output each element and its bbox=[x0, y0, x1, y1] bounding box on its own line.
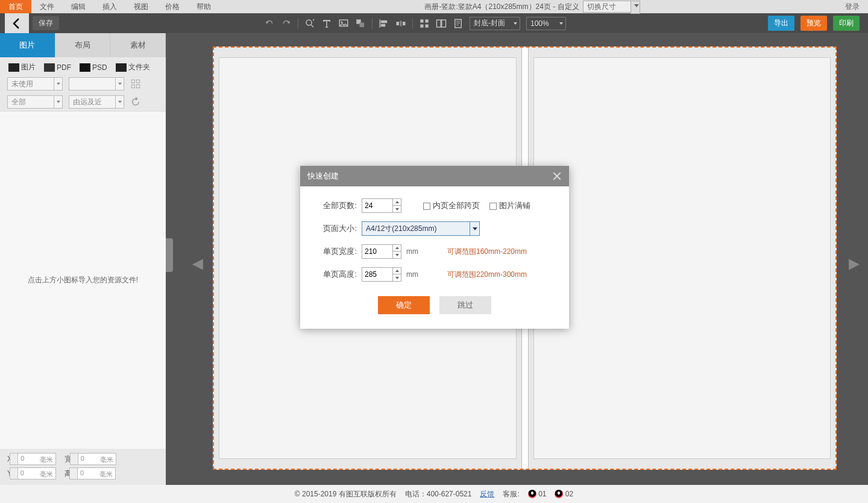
spin-up-icon[interactable] bbox=[393, 268, 401, 274]
page-height-input[interactable] bbox=[362, 267, 401, 282]
spin-down-icon[interactable] bbox=[393, 252, 401, 258]
width-hint: 可调范围160mm-220mm bbox=[447, 247, 527, 257]
pages-label: 全部页数: bbox=[317, 200, 357, 211]
spin-up-icon[interactable] bbox=[393, 245, 401, 252]
page-size-select[interactable]: A4/12寸(210x285mm) bbox=[362, 221, 480, 236]
modal-backdrop: 快速创建 全部页数: 内页全部跨页 图片满铺 页面大小: A4/12寸(210x… bbox=[0, 0, 868, 503]
unit-mm: mm bbox=[406, 247, 418, 256]
spin-down-icon[interactable] bbox=[393, 274, 401, 281]
height-hint: 可调范围220mm-300mm bbox=[447, 270, 527, 280]
checkbox-spread[interactable]: 内页全部跨页 bbox=[423, 200, 480, 211]
spin-down-icon[interactable] bbox=[393, 206, 401, 212]
spin-up-icon[interactable] bbox=[393, 199, 401, 206]
close-icon[interactable] bbox=[552, 171, 562, 181]
checkbox-fill[interactable]: 图片满铺 bbox=[489, 200, 530, 211]
page-width-label: 单页宽度: bbox=[317, 246, 357, 257]
pages-input[interactable] bbox=[362, 198, 401, 213]
page-size-label: 页面大小: bbox=[317, 223, 357, 234]
page-width-input[interactable] bbox=[362, 244, 401, 259]
dialog-title: 快速创建 bbox=[307, 171, 339, 182]
ok-button[interactable]: 确定 bbox=[378, 296, 430, 314]
quick-create-dialog: 快速创建 全部页数: 内页全部跨页 图片满铺 页面大小: A4/12寸(210x… bbox=[300, 166, 569, 329]
dialog-titlebar: 快速创建 bbox=[300, 166, 569, 186]
skip-button[interactable]: 跳过 bbox=[439, 296, 491, 314]
unit-mm: mm bbox=[406, 270, 418, 279]
page-height-label: 单页高度: bbox=[317, 269, 357, 280]
